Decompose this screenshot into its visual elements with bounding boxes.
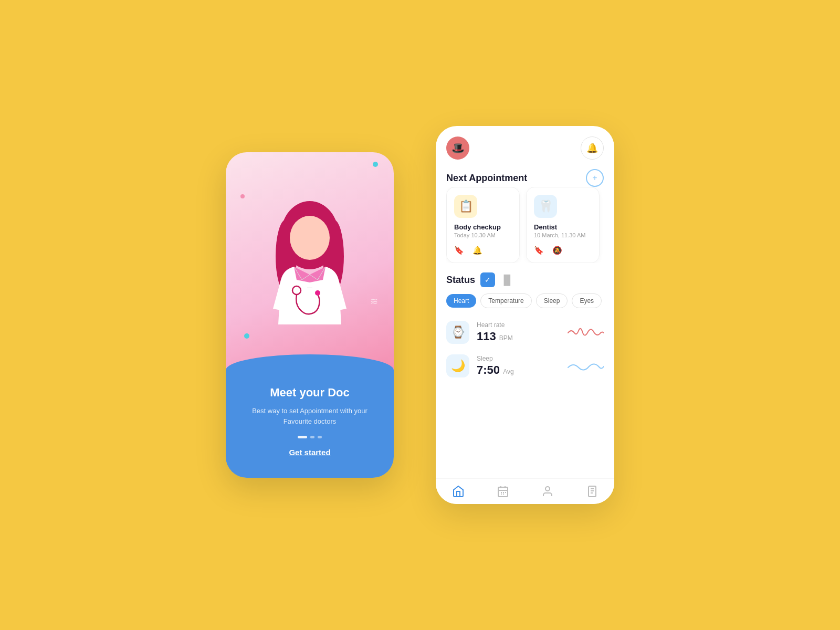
bottom-nav	[436, 478, 614, 504]
add-appointment-button[interactable]: +	[586, 169, 604, 187]
phone-top-section: ≋	[226, 152, 394, 370]
status-header: Status ✓ ▐▌	[446, 272, 604, 287]
appointment-icon-dentist: 🦷	[534, 195, 557, 218]
appointment-time-2: 10 March, 11.30 AM	[534, 232, 592, 238]
bookmark-icon-2[interactable]: 🔖	[534, 246, 544, 255]
left-phone-subtitle: Best way to set Appointment with your Fa…	[242, 406, 378, 426]
sleep-unit: Avg	[503, 368, 513, 375]
bell-icon-1[interactable]: 🔔	[472, 246, 482, 255]
header-row: 🎩 🔔	[446, 136, 604, 160]
svg-point-5	[315, 290, 320, 296]
heart-rate-chart	[567, 323, 604, 342]
bell-button[interactable]: 🔔	[581, 136, 604, 160]
appointment-actions-2: 🔖 🔕	[534, 246, 592, 255]
sleep-label: Sleep	[477, 355, 560, 362]
sleep-value: 7:50 Avg	[477, 363, 560, 377]
decoration-dot-teal	[373, 162, 378, 167]
dot-2	[310, 436, 314, 438]
plus-icon: +	[592, 173, 597, 183]
svg-point-3	[290, 216, 330, 260]
pill-temperature[interactable]: Temperature	[480, 293, 531, 308]
appointments-row: 📋 Body checkup Today 10.30 AM 🔖 🔔 🦷 Dent…	[446, 187, 604, 263]
status-section: Status ✓ ▐▌ Heart Temperature Sleep Eyes…	[446, 272, 604, 383]
left-phone-title: Meet your Doc	[242, 386, 378, 400]
appointment-name-2: Dentist	[534, 223, 592, 231]
appointment-card-dentist[interactable]: 🦷 Dentist 10 March, 11.30 AM 🔖 🔕	[526, 187, 600, 263]
sleep-chart	[567, 357, 604, 375]
dot-1	[298, 436, 307, 438]
squiggle-decoration: ≋	[370, 296, 378, 307]
doctor-illustration	[257, 188, 362, 335]
status-title: Status	[446, 275, 475, 286]
nav-profile[interactable]	[541, 485, 554, 498]
next-appointment-section: Next Appointment + 📋 Body checkup Today …	[446, 169, 604, 263]
status-bars-icon[interactable]: ▐▌	[500, 275, 514, 286]
appointment-actions-1: 🔖 🔔	[454, 246, 512, 255]
bell-icon-2[interactable]: 🔕	[552, 246, 562, 255]
right-phone: 🎩 🔔 Next Appointment + 📋 Body checkup To…	[436, 126, 614, 504]
heart-rate-icon: ⌚	[446, 321, 469, 344]
svg-point-16	[545, 487, 550, 491]
filter-pills: Heart Temperature Sleep Eyes ›	[446, 293, 604, 308]
nav-home[interactable]	[452, 485, 465, 498]
status-check-icon[interactable]: ✓	[480, 272, 495, 287]
get-started-button[interactable]: Get started	[289, 448, 330, 457]
avatar[interactable]: 🎩	[446, 136, 469, 160]
sleep-icon: 🌙	[446, 354, 469, 377]
section-header: Next Appointment +	[446, 169, 604, 187]
bookmark-icon-1[interactable]: 🔖	[454, 246, 464, 255]
pill-heart[interactable]: Heart	[446, 294, 476, 308]
heart-rate-label: Heart rate	[477, 321, 560, 329]
decoration-dot-pink	[240, 194, 245, 198]
sleep-metric: 🌙 Sleep 7:50 Avg	[446, 349, 604, 383]
appointment-card-body-checkup[interactable]: 📋 Body checkup Today 10.30 AM 🔖 🔔	[446, 187, 520, 263]
heart-rate-unit: BPM	[499, 334, 513, 342]
page-dots	[242, 436, 378, 438]
appointment-time-1: Today 10.30 AM	[454, 232, 512, 238]
sleep-info: Sleep 7:50 Avg	[477, 355, 560, 377]
appointment-icon-body-checkup: 📋	[454, 195, 477, 218]
pill-eyes[interactable]: Eyes	[572, 293, 602, 308]
appointment-name-1: Body checkup	[454, 223, 512, 231]
decoration-dot-teal-2	[244, 333, 249, 339]
dot-3	[318, 436, 322, 438]
nav-calendar[interactable]	[497, 485, 509, 498]
heart-rate-metric: ⌚ Heart rate 113 BPM	[446, 316, 604, 349]
nav-reports[interactable]	[586, 485, 598, 498]
section-title: Next Appointment	[446, 173, 527, 184]
pill-sleep[interactable]: Sleep	[536, 293, 568, 308]
heart-rate-value: 113 BPM	[477, 330, 560, 343]
left-phone: ≋ Meet your Doc Best way to set Appointm…	[226, 152, 394, 478]
heart-rate-info: Heart rate 113 BPM	[477, 321, 560, 343]
phone-bottom-section: Meet your Doc Best way to set Appointmen…	[226, 370, 394, 478]
phone-content: 🎩 🔔 Next Appointment + 📋 Body checkup To…	[436, 126, 614, 478]
